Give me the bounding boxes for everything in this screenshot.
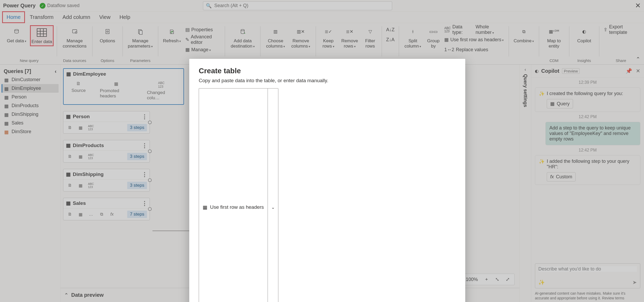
create-table-dialog: Create table Copy and paste data into th… [189,59,465,302]
table-icon: ▦ [203,204,207,210]
headers-dropdown-icon[interactable]: ⌄ [268,88,278,302]
headers-btn-label: Use first row as headers [210,204,264,210]
dialog-subtitle: Copy and paste data into the table, or e… [199,78,456,84]
use-first-row-headers-button[interactable]: ▦Use first row as headers ⌄ [199,88,278,302]
dialog-title: Create table [199,67,456,75]
